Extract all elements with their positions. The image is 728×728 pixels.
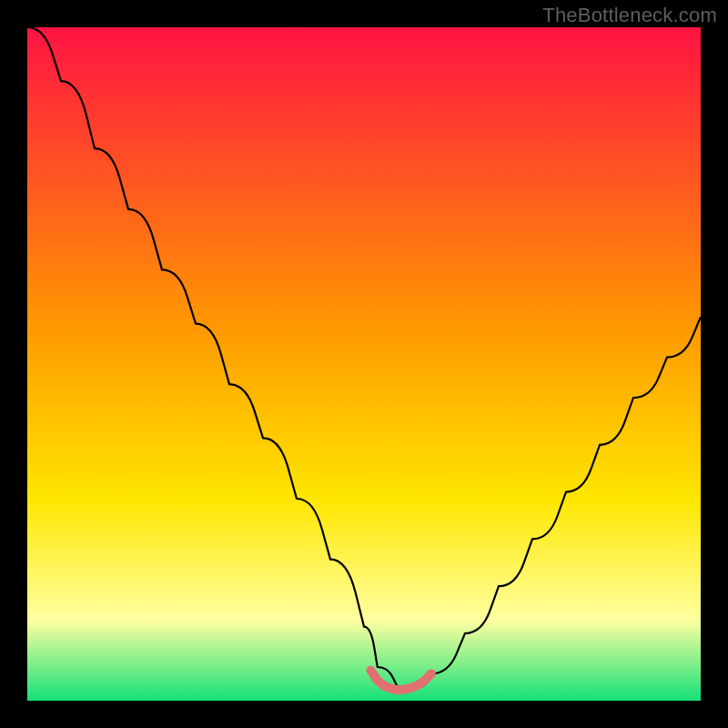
watermark-text: TheBottleneck.com	[542, 4, 717, 27]
gradient-background	[27, 27, 701, 701]
chart-frame: TheBottleneck.com	[0, 0, 728, 728]
bottleneck-chart	[0, 0, 728, 728]
